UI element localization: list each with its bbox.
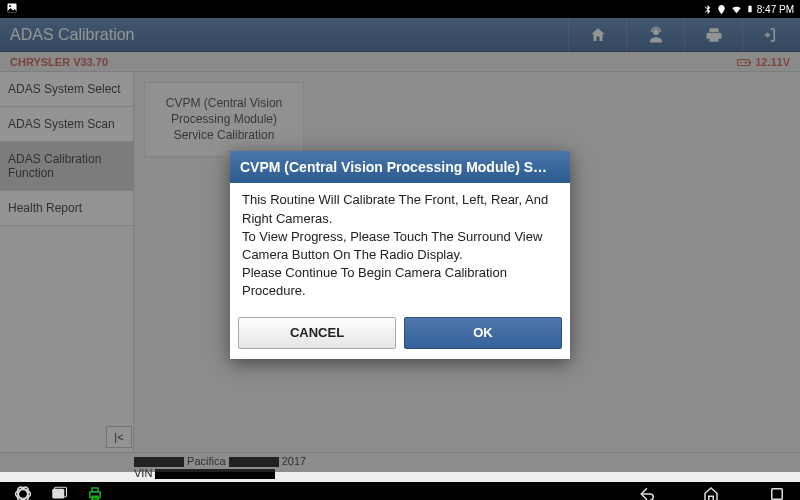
- location-icon: [716, 4, 727, 15]
- nav-home-button[interactable]: [702, 485, 720, 500]
- dialog-cvpm-calibration: CVPM (Central Vision Processing Module) …: [230, 151, 570, 358]
- nav-recent-button[interactable]: [768, 485, 786, 500]
- android-status-bar: 8:47 PM: [0, 0, 800, 18]
- svg-rect-3: [749, 5, 750, 6]
- printer-icon[interactable]: [86, 485, 104, 500]
- cancel-button[interactable]: CANCEL: [238, 317, 396, 349]
- image-icon: [6, 2, 18, 16]
- gallery-icon[interactable]: [50, 485, 68, 500]
- svg-point-1: [9, 5, 11, 7]
- svg-rect-2: [748, 6, 751, 12]
- wifi-icon: [730, 4, 743, 15]
- android-nav-bar: [0, 482, 800, 500]
- status-time: 8:47 PM: [757, 4, 794, 15]
- nav-back-button[interactable]: [636, 485, 654, 500]
- ok-button[interactable]: OK: [404, 317, 562, 349]
- modal-overlay: CVPM (Central Vision Processing Module) …: [0, 18, 800, 472]
- svg-rect-16: [92, 488, 98, 492]
- dialog-body: This Routine Will Calibrate The Front, L…: [230, 183, 570, 310]
- battery-icon: [746, 3, 754, 15]
- browser-icon[interactable]: [14, 485, 32, 500]
- dialog-title: CVPM (Central Vision Processing Module) …: [230, 151, 570, 183]
- svg-rect-18: [772, 489, 783, 500]
- bluetooth-icon: [702, 4, 713, 15]
